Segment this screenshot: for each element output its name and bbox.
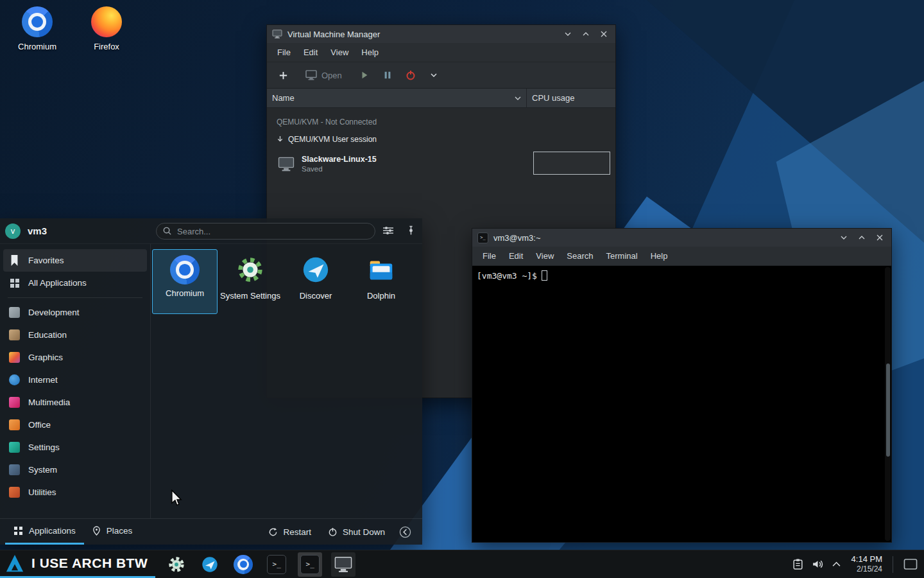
task-discover[interactable] xyxy=(198,552,222,577)
new-vm-button[interactable] xyxy=(273,66,293,85)
app-tile-dolphin[interactable]: Dolphin xyxy=(348,249,414,314)
sidebar-item-development[interactable]: Development xyxy=(0,301,150,324)
menu-terminal[interactable]: Terminal xyxy=(600,247,644,265)
close-button[interactable] xyxy=(597,28,610,40)
app-tile-discover[interactable]: Discover xyxy=(283,249,348,314)
task-virt-manager[interactable] xyxy=(331,552,355,577)
clock-time: 4:14 PM xyxy=(851,554,882,565)
mouse-cursor xyxy=(171,489,182,507)
sidebar-item-system[interactable]: System xyxy=(0,459,150,481)
desktop-icon-label: Chromium xyxy=(18,42,56,51)
task-konsole-active[interactable] xyxy=(298,552,322,577)
all-applications-icon xyxy=(9,277,20,288)
task-konsole-pinned[interactable] xyxy=(264,552,289,577)
chromium-icon xyxy=(170,255,200,285)
show-desktop-button[interactable] xyxy=(903,559,918,570)
terminal-content[interactable]: [vm3@vm3 ~]$ xyxy=(472,266,891,542)
clock[interactable]: 4:14 PM 2/15/24 xyxy=(851,554,882,574)
terminal-titlebar[interactable]: vm3@vm3:~ xyxy=(472,229,891,247)
terminal-cursor xyxy=(542,270,547,281)
configure-icon[interactable] xyxy=(382,226,394,235)
shutdown-vm-button[interactable] xyxy=(401,66,420,85)
system-tray: 4:14 PM 2/15/24 xyxy=(792,554,924,574)
leave-chevron-icon[interactable] xyxy=(399,526,411,538)
app-tile-system-settings[interactable]: System Settings xyxy=(218,249,283,314)
menu-edit[interactable]: Edit xyxy=(502,247,529,265)
konsole-icon xyxy=(477,232,488,243)
scrollbar-thumb[interactable] xyxy=(886,363,890,457)
maximize-button[interactable] xyxy=(579,28,592,40)
desktop-icon-firefox[interactable]: Firefox xyxy=(78,6,135,51)
restart-button[interactable]: Restart xyxy=(260,519,320,545)
menu-file[interactable]: File xyxy=(271,43,297,62)
pin-icon[interactable] xyxy=(406,225,416,236)
search-box[interactable] xyxy=(156,223,375,240)
app-tile-chromium[interactable]: Chromium xyxy=(152,249,218,314)
menu-view[interactable]: View xyxy=(324,43,355,62)
launcher-header: v vm3 xyxy=(0,218,422,244)
run-button[interactable] xyxy=(355,66,374,85)
close-button[interactable] xyxy=(873,231,886,244)
sidebar-item-favorites[interactable]: Favorites xyxy=(3,249,147,272)
terminal-menubar: File Edit View Search Terminal Help xyxy=(472,247,891,266)
shutdown-menu-caret-icon[interactable] xyxy=(424,66,443,85)
sidebar-item-all-applications[interactable]: All Applications xyxy=(0,272,150,294)
volume-icon[interactable] xyxy=(812,559,824,570)
tab-places[interactable]: Places xyxy=(84,519,141,545)
pause-button[interactable] xyxy=(378,66,397,85)
sidebar-item-internet[interactable]: Internet xyxy=(0,369,150,391)
minimize-button[interactable] xyxy=(561,28,574,40)
launcher-sidebar: Favorites All Applications Development E… xyxy=(0,244,151,518)
menu-search[interactable]: Search xyxy=(560,247,599,265)
task-system-settings[interactable] xyxy=(164,552,189,577)
multimedia-icon xyxy=(9,397,20,408)
settings-icon xyxy=(9,442,20,453)
connection-row-user-session[interactable]: QEMU/KVM User session xyxy=(267,130,615,148)
applications-grid-icon xyxy=(13,526,23,536)
sidebar-item-multimedia[interactable]: Multimedia xyxy=(0,391,150,414)
launcher-label: I USE ARCH BTW xyxy=(31,556,148,571)
column-header-name[interactable]: Name xyxy=(267,89,527,107)
desktop-icon-chromium[interactable]: Chromium xyxy=(9,6,65,51)
taskbar: I USE ARCH BTW 4:14 P xyxy=(0,550,924,578)
terminal-scrollbar[interactable] xyxy=(885,267,891,541)
office-icon xyxy=(9,419,20,430)
open-button[interactable]: Open xyxy=(305,66,342,85)
task-chromium[interactable] xyxy=(231,552,255,577)
vmm-titlebar[interactable]: Virtual Machine Manager xyxy=(267,25,615,43)
clipboard-icon[interactable] xyxy=(792,558,803,570)
graphics-icon xyxy=(9,352,20,363)
tab-applications[interactable]: Applications xyxy=(5,519,84,545)
menu-edit[interactable]: Edit xyxy=(297,43,324,62)
user-avatar[interactable]: v xyxy=(5,223,21,239)
menu-file[interactable]: File xyxy=(476,247,502,265)
user-name: vm3 xyxy=(28,225,47,236)
menu-help[interactable]: Help xyxy=(355,43,385,62)
sidebar-item-settings[interactable]: Settings xyxy=(0,436,150,459)
app-launcher-button[interactable]: I USE ARCH BTW xyxy=(0,550,155,578)
maximize-button[interactable] xyxy=(855,231,868,244)
vmm-toolbar: Open xyxy=(267,62,615,89)
minimize-button[interactable] xyxy=(837,231,850,244)
internet-icon xyxy=(9,374,20,385)
sidebar-item-education[interactable]: Education xyxy=(0,324,150,346)
column-header-cpu[interactable]: CPU usage xyxy=(527,93,615,103)
sort-caret-icon[interactable] xyxy=(515,96,521,100)
sidebar-item-graphics[interactable]: Graphics xyxy=(0,346,150,369)
system-icon xyxy=(9,464,20,475)
menu-view[interactable]: View xyxy=(529,247,560,265)
vm-row-slackware[interactable]: Slackware-Linux-15 Saved xyxy=(267,150,615,178)
expander-arrow-icon[interactable] xyxy=(277,136,284,143)
sidebar-item-utilities[interactable]: Utilities xyxy=(0,481,150,504)
vm-state: Saved xyxy=(302,165,377,173)
shut-down-button[interactable]: Shut Down xyxy=(320,519,393,545)
places-pin-icon xyxy=(92,526,101,536)
connection-row-disconnected[interactable]: QEMU/KVM - Not Connected xyxy=(267,113,615,130)
sidebar-item-office[interactable]: Office xyxy=(0,414,150,436)
menu-help[interactable]: Help xyxy=(644,247,674,265)
power-icon xyxy=(328,527,338,537)
tray-expand-chevron-icon[interactable] xyxy=(832,561,841,567)
search-input[interactable] xyxy=(156,223,375,240)
firefox-icon xyxy=(91,6,122,37)
vmm-window-title: Virtual Machine Manager xyxy=(287,30,380,39)
